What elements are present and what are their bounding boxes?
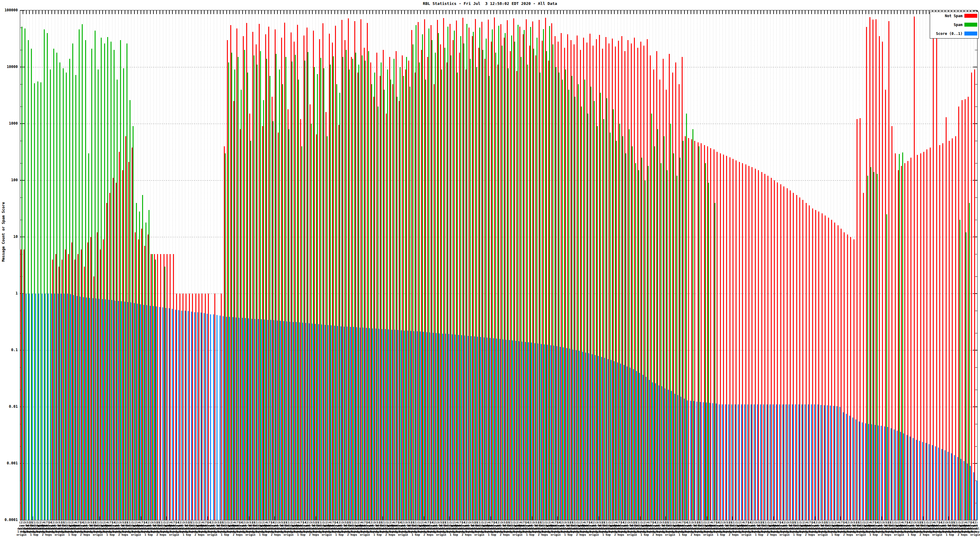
x-tick-top [366, 10, 367, 14]
chart-canvas: RBL Statistics - Fri Jul 3 12:58:02 EDT … [0, 0, 980, 551]
bar-score [48, 294, 49, 520]
bar-score [563, 348, 564, 520]
x-tick-top [684, 10, 685, 14]
x-tick-top [620, 10, 621, 14]
x-tick-top [277, 10, 278, 14]
bar-not-spam [926, 149, 928, 520]
x-tick-top [372, 10, 373, 14]
bar-score [461, 335, 462, 520]
x-tick-top [713, 10, 713, 14]
bar-score [522, 341, 522, 520]
bar-score [833, 406, 834, 520]
bar-score [639, 373, 640, 520]
bar-score [907, 435, 907, 520]
x-tick-top [280, 10, 281, 14]
y-tick-label: 0.0001 [0, 518, 18, 522]
legend-row-not-spam: Not Spam [930, 14, 978, 18]
bar-score [334, 326, 335, 520]
x-tick-top [716, 10, 717, 14]
bar-score [799, 404, 799, 520]
bar-score [611, 360, 612, 520]
bar-score [560, 347, 561, 520]
x-category-label: (2) zen dnsbl 1 hop origin [970, 521, 980, 536]
bar-not-spam [771, 178, 772, 520]
bar-score [379, 329, 379, 520]
x-tick-top [392, 10, 392, 14]
x-tick-top [595, 10, 596, 14]
x-tick-top [137, 10, 138, 14]
bar-score [722, 404, 723, 520]
x-tick-top [735, 10, 736, 14]
x-tick-top [80, 10, 81, 14]
x-tick-top [271, 10, 271, 14]
y-major-tick-left [20, 67, 24, 67]
bar-score [859, 421, 860, 520]
bar-score [875, 425, 875, 520]
x-tick-top [608, 10, 609, 14]
bar-not-spam [167, 254, 167, 520]
x-tick-top [872, 10, 872, 14]
bar-score [652, 382, 653, 520]
bar-score [414, 331, 414, 520]
bar-score [547, 345, 548, 520]
x-gridline [935, 10, 936, 520]
bar-not-spam [730, 157, 730, 520]
x-tick-top [719, 10, 720, 14]
bar-score [477, 337, 478, 520]
x-tick-top [786, 10, 786, 14]
bar-score [430, 332, 430, 520]
x-tick-top [541, 10, 542, 14]
bar-score [181, 311, 182, 520]
y-tick-label: 10 [0, 235, 18, 239]
x-tick-top [325, 10, 326, 14]
bar-not-spam [793, 193, 794, 520]
x-tick-top [624, 10, 624, 14]
bar-score [976, 481, 977, 520]
bar-not-spam [879, 36, 880, 520]
bar-score [821, 405, 821, 520]
bar-not-spam [199, 294, 199, 520]
bar-score [922, 442, 923, 520]
bar-score [665, 389, 665, 520]
x-tick-top [54, 10, 55, 14]
x-tick-top [500, 10, 500, 14]
bar-not-spam [936, 24, 937, 520]
bar-score [630, 368, 630, 520]
x-tick-top [439, 10, 440, 14]
bar-not-spam [726, 156, 727, 520]
bar-score [582, 352, 583, 520]
x-tick-top [223, 10, 224, 14]
bar-score [442, 333, 443, 520]
x-tick-top [706, 10, 707, 14]
x-tick-top [426, 10, 427, 14]
x-tick-top [563, 10, 564, 14]
x-tick-top [264, 10, 265, 14]
x-tick-top [754, 10, 755, 14]
bar-score [735, 404, 736, 520]
bar-score [130, 302, 131, 520]
bar-not-spam [723, 155, 724, 520]
bar-not-spam [850, 237, 851, 520]
x-tick-top [436, 10, 437, 14]
x-tick-top [601, 10, 602, 14]
bar-not-spam [806, 203, 807, 520]
x-tick-top [773, 10, 774, 14]
bar-not-spam [183, 294, 183, 520]
x-tick-top [286, 10, 287, 14]
x-tick-top [611, 10, 612, 14]
bar-score [678, 395, 678, 520]
bar-score [305, 323, 306, 520]
x-tick-top [401, 10, 402, 14]
x-tick-top [802, 10, 802, 14]
x-gridline [977, 10, 977, 520]
x-tick-top [795, 10, 796, 14]
x-tick-top [522, 10, 522, 14]
bar-score [945, 450, 945, 520]
bar-score [111, 300, 112, 520]
x-tick-top [455, 10, 456, 14]
bar-not-spam [895, 153, 896, 520]
y-tick-label: 10000 [0, 65, 18, 69]
bar-score [741, 404, 742, 520]
bar-not-spam [882, 41, 883, 520]
x-tick-top [789, 10, 789, 14]
